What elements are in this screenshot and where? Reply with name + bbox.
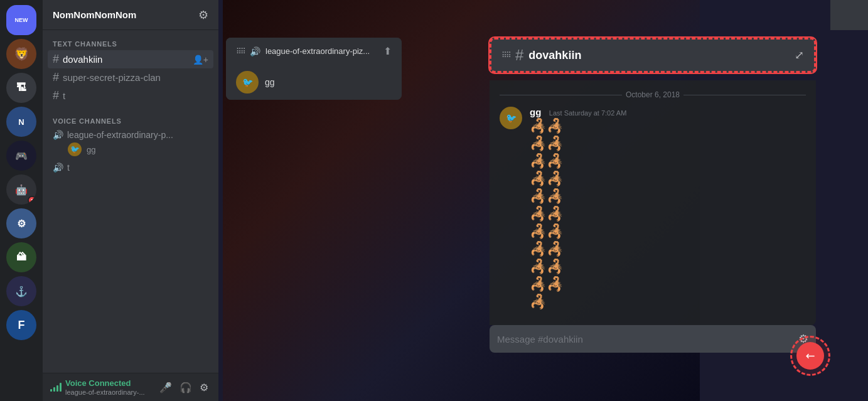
server-icon-5[interactable]: 🤖 1 [6,174,36,205]
chat-message-area: October 6, 2018 🐦 gg Last Saturday at 7:… [490,80,816,325]
voice-popup: ⠿⠿ 🔊 league-of-extraordinary-piz... ⬆ 🐦 … [226,38,402,100]
signal-bar-3 [56,385,58,392]
voice-server-name-label: league-of-extraordinary-... [65,388,145,396]
voice-channels-header: VOICE CHANNELS [48,117,213,125]
emoji-row-2: 🦂🦂 [530,136,806,152]
server-icon-6[interactable]: ⚙ [6,208,36,238]
voice-channel-league[interactable]: 🔊 league-of-extraordinary-p... 🐦 gg [48,127,213,160]
red-circle-indicator[interactable]: ↙ [790,336,830,376]
voice-popup-speaker-icon: 🔊 [250,46,260,56]
voice-user-gg[interactable]: 🐦 gg [53,141,208,158]
message-author-name: gg [530,107,541,117]
voice-popup-upload-icon[interactable]: ⬆ [383,45,392,57]
server-icon-7[interactable]: 🏔 [6,242,36,272]
chat-header-left: ⠿⠿ # dovahkiin [501,46,581,64]
server-name: NomNomNomNom [53,9,136,20]
emoji-row-5: 🦂🦂 [530,188,806,205]
voice-channel-t[interactable]: 🔊 t [48,160,213,175]
emoji-row-8: 🦂🦂 [530,241,806,257]
text-channels-header: TEXT CHANNELS [48,40,213,48]
emoji-row-3: 🦂🦂 [530,153,806,169]
server-header[interactable]: NomNomNomNom ⚙ [43,0,218,30]
voice-popup-title: ⠿⠿ 🔊 league-of-extraordinary-piz... [236,46,370,56]
emoji-row-1: 🦂🦂 [530,118,806,134]
voice-channels-section: VOICE CHANNELS 🔊 league-of-extraordinary… [43,107,218,178]
speaker-icon-2: 🔊 [53,163,63,173]
chat-header-drag-handle: ⠿⠿ [501,51,510,60]
server-icon-1[interactable]: 🦁 [6,39,36,69]
chat-header-hash-icon: # [515,46,523,64]
channel-item-super-secret[interactable]: # super-secret-pizza-clan [48,68,213,87]
server-list: NEW 🦁 🏗 N 🎮 🤖 1 ⚙ 🏔 ⚓ F [0,0,43,401]
signal-bars-icon [50,383,62,392]
chat-popout-icon[interactable]: ⤢ [795,48,804,62]
server-icon-new[interactable]: NEW [6,5,36,35]
emoji-row-9: 🦂🦂 [530,259,806,275]
message-avatar-gg: 🐦 [500,107,522,129]
emoji-row-11: 🦂 [530,294,806,310]
server-icon-8[interactable]: ⚓ [6,276,36,306]
server-settings-icon[interactable]: ⚙ [198,8,208,22]
red-circle-inner: ↙ [796,342,824,370]
chat-channel-name: dovahkiin [528,49,581,62]
voice-user-avatar-gg: 🐦 [68,142,82,156]
channel-name-super-secret: super-secret-pizza-clan [63,72,208,83]
server-icon-2[interactable]: 🏗 [6,73,36,103]
channel-hash-icon-2: # [53,71,59,84]
emoji-row-10: 🦂🦂 [530,276,806,292]
chat-message-gg: 🐦 gg Last Saturday at 7:02 AM 🦂🦂 🦂🦂 🦂🦂 🦂… [500,107,806,311]
signal-bar-1 [50,389,52,392]
message-timestamp: Last Saturday at 7:02 AM [549,109,627,117]
chat-input-area[interactable]: ⚙ [490,325,816,353]
voice-popup-channel-name: league-of-extraordinary-piz... [265,46,370,56]
channel-sidebar: NomNomNomNom ⚙ TEXT CHANNELS # dovahkiin… [43,0,218,401]
emoji-row-7: 🦂🦂 [530,223,806,240]
voice-channel-list: 🔊 league-of-extraordinary-p... 🐦 gg 🔊 t [48,127,213,175]
text-channel-list: # dovahkiin 👤+ # super-secret-pizza-clan… [48,50,213,105]
deafen-button[interactable]: 🎧 [177,379,195,396]
voice-status-text-area: Voice Connected league-of-extraordinary-… [65,378,145,396]
chat-channel-header: ⠿⠿ # dovahkiin ⤢ [490,38,816,73]
server-icon-3[interactable]: N [6,107,36,137]
signal-bar-2 [53,387,55,392]
chat-date-divider: October 6, 2018 [500,90,806,99]
chat-message-input[interactable] [497,334,793,345]
channel-name-t: t [63,90,208,101]
channel-hash-icon: # [53,53,59,66]
voice-channel-name-league: league-of-extraordinary-p... [67,130,173,140]
signal-bar-4 [60,383,62,392]
voice-popup-header: ⠿⠿ 🔊 league-of-extraordinary-piz... ⬆ [226,38,402,65]
voice-controls: 🎤 🎧 ⚙ [157,379,211,396]
channel-name-dovahkiin: dovahkiin [63,54,189,65]
message-emojis: 🦂🦂 🦂🦂 🦂🦂 🦂🦂 🦂🦂 🦂🦂 🦂🦂 🦂🦂 🦂🦂 🦂🦂 🦂 [530,118,806,310]
voice-channel-header-t: 🔊 t [53,163,208,173]
speaker-icon: 🔊 [53,130,63,140]
voice-channel-header-league: 🔊 league-of-extraordinary-p... [53,130,208,140]
voice-settings-button[interactable]: ⚙ [197,379,211,396]
voice-popup-username: gg [265,77,275,87]
channel-item-dovahkiin[interactable]: # dovahkiin 👤+ [48,50,213,68]
server-icon-4[interactable]: 🎮 [6,141,36,171]
server-notification-5: 1 [28,196,36,205]
voice-connected-label: Voice Connected [65,378,145,388]
channel-item-t[interactable]: # t [48,87,213,105]
red-circle-icon: ↙ [802,348,818,364]
voice-channel-name-t: t [67,163,70,173]
voice-status-row: Voice Connected league-of-extraordinary-… [50,378,211,396]
message-content-gg: gg Last Saturday at 7:02 AM 🦂🦂 🦂🦂 🦂🦂 🦂🦂 … [530,107,806,311]
server-icon-9[interactable]: F [6,310,36,340]
emoji-row-6: 🦂🦂 [530,206,806,222]
voice-user-name-gg: gg [87,145,95,154]
top-right-banner [830,0,868,30]
text-channels-section: TEXT CHANNELS # dovahkiin 👤+ # super-sec… [43,30,218,107]
add-member-icon[interactable]: 👤+ [193,55,208,65]
voice-popup-user: 🐦 gg [226,65,402,100]
emoji-row-4: 🦂🦂 [530,171,806,187]
voice-popup-drag-handle: ⠿⠿ [236,47,245,56]
channel-hash-icon-3: # [53,89,59,102]
voice-status-left: Voice Connected league-of-extraordinary-… [50,378,145,396]
mute-button[interactable]: 🎤 [157,379,174,396]
voice-status-bar: Voice Connected league-of-extraordinary-… [43,373,218,401]
voice-popup-avatar: 🐦 [236,71,259,94]
